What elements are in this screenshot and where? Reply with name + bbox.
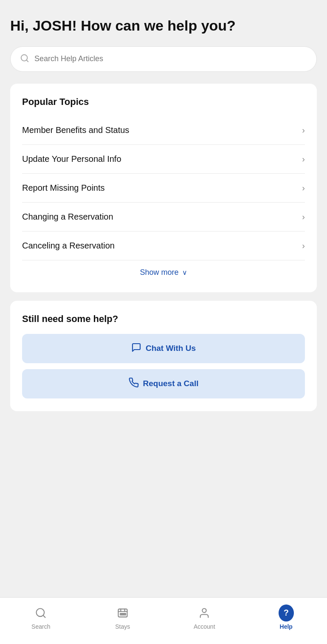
search-icon — [33, 605, 48, 621]
still-help-title: Still need some help? — [22, 314, 305, 325]
account-icon — [197, 605, 212, 621]
topic-label: Member Benefits and Status — [22, 125, 129, 135]
still-help-card: Still need some help? Chat With Us Reque… — [10, 301, 317, 411]
svg-line-3 — [43, 615, 45, 617]
nav-item-stays[interactable]: Stays — [82, 605, 164, 630]
show-more-label: Show more — [140, 268, 178, 277]
topic-label: Canceling a Reservation — [22, 241, 115, 251]
bottom-navigation: Search Stays Account ? — [0, 597, 327, 644]
search-input[interactable] — [34, 54, 307, 63]
topic-item-missing-points[interactable]: Report Missing Points › — [22, 174, 305, 203]
show-more-button[interactable]: Show more ∨ — [22, 260, 305, 280]
chat-with-us-button[interactable]: Chat With Us — [22, 334, 305, 363]
phone-icon — [129, 378, 139, 390]
topic-label: Changing a Reservation — [22, 212, 113, 222]
svg-line-1 — [26, 60, 28, 62]
search-icon — [20, 54, 29, 65]
svg-rect-10 — [124, 613, 126, 615]
nav-label-help: Help — [280, 623, 293, 630]
svg-rect-4 — [118, 609, 127, 617]
main-content: Hi, JOSH! How can we help you? Popular T… — [0, 0, 327, 471]
request-call-button[interactable]: Request a Call — [22, 369, 305, 398]
nav-label-search: Search — [31, 623, 50, 630]
chevron-right-icon: › — [302, 125, 305, 135]
topic-item-changing-reservation[interactable]: Changing a Reservation › — [22, 203, 305, 232]
chevron-down-icon: ∨ — [182, 268, 187, 277]
topic-item-member-benefits[interactable]: Member Benefits and Status › — [22, 116, 305, 145]
chat-button-label: Chat With Us — [146, 344, 196, 353]
nav-label-account: Account — [194, 623, 215, 630]
svg-point-11 — [203, 608, 206, 612]
chevron-right-icon: › — [302, 183, 305, 193]
popular-topics-title: Popular Topics — [22, 96, 305, 107]
chevron-right-icon: › — [302, 154, 305, 164]
nav-item-account[interactable]: Account — [164, 605, 245, 630]
chevron-right-icon: › — [302, 212, 305, 222]
stays-icon — [115, 605, 130, 621]
greeting-heading: Hi, JOSH! How can we help you? — [10, 17, 317, 34]
nav-label-stays: Stays — [115, 623, 130, 630]
chat-icon — [131, 342, 141, 355]
nav-item-search[interactable]: Search — [0, 605, 82, 630]
help-icon: ? — [279, 605, 294, 621]
topic-label: Update Your Personal Info — [22, 154, 121, 164]
search-bar[interactable] — [10, 46, 317, 72]
topic-item-personal-info[interactable]: Update Your Personal Info › — [22, 145, 305, 174]
chevron-right-icon: › — [302, 241, 305, 251]
nav-item-help[interactable]: ? Help — [245, 605, 327, 630]
popular-topics-card: Popular Topics Member Benefits and Statu… — [10, 84, 317, 292]
svg-rect-9 — [122, 613, 124, 615]
topic-item-canceling-reservation[interactable]: Canceling a Reservation › — [22, 232, 305, 260]
call-button-label: Request a Call — [143, 379, 199, 388]
topic-label: Report Missing Points — [22, 183, 105, 193]
svg-rect-8 — [120, 613, 122, 615]
